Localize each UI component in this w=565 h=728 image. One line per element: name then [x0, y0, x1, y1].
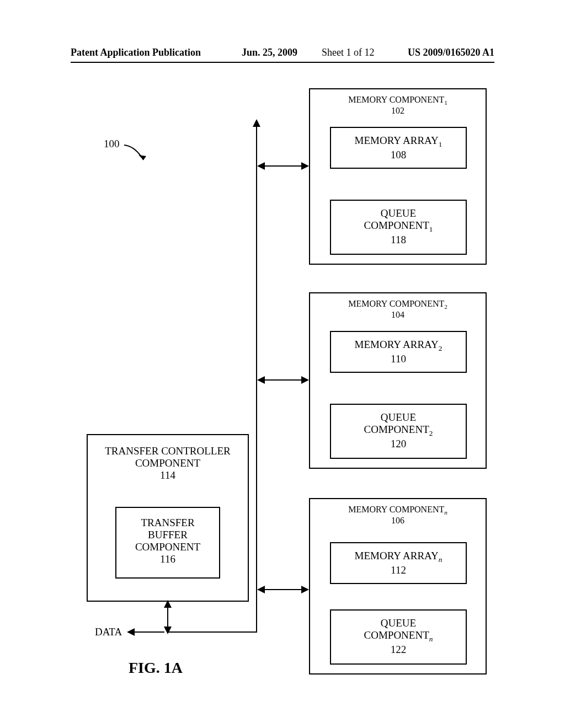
- header-date: Jun. 25, 2009: [242, 47, 297, 58]
- header-sheet: Sheet 1 of 12: [322, 47, 374, 58]
- controller-title-l2: COMPONENT: [88, 457, 248, 469]
- mem1-sub: 1: [444, 99, 447, 106]
- memory-component-2: MEMORY COMPONENT2 104 MEMORY ARRAY2 110 …: [309, 292, 487, 469]
- memn-array-box: MEMORY ARRAYn 112: [330, 542, 467, 584]
- header-publication: Patent Application Publication: [71, 47, 201, 58]
- mem1-array-title: MEMORY ARRAY: [355, 135, 439, 146]
- memn-array-num: 112: [331, 564, 466, 576]
- mem2-array-box: MEMORY ARRAY2 110: [330, 331, 467, 373]
- mem1-arrow-right-icon: [301, 162, 309, 170]
- transfer-buffer-box: TRANSFER BUFFER COMPONENT 116: [115, 507, 220, 579]
- mem2-queue-box: QUEUE COMPONENT2 120: [330, 404, 467, 459]
- mem1-arrow-left-icon: [257, 162, 265, 170]
- controller-num: 114: [88, 469, 248, 481]
- mem2-queue-num: 120: [331, 438, 466, 450]
- mem2-title: MEMORY COMPONENT: [348, 299, 444, 308]
- memn-title: MEMORY COMPONENT: [348, 505, 444, 514]
- header-pubnum: US 2009/0165020 A1: [408, 47, 494, 58]
- memn-sub: n: [444, 509, 447, 516]
- figure-label: FIG. 1A: [129, 659, 183, 677]
- mem2-sub: 2: [444, 303, 447, 310]
- mem2-queue-l2: COMPONENT: [364, 424, 429, 435]
- memn-queue-num: 122: [331, 644, 466, 656]
- memn-num: 106: [310, 516, 486, 526]
- reference-100: 100: [104, 138, 120, 150]
- memn-queue-l2: COMPONENT: [364, 629, 429, 641]
- mem2-arrow-right-icon: [301, 376, 309, 384]
- mem2-arrow-left-icon: [257, 376, 265, 384]
- memn-connector: [264, 589, 302, 590]
- mem2-queue-sub: 2: [429, 429, 433, 437]
- buffer-num: 116: [116, 553, 219, 565]
- mem2-connector: [264, 379, 302, 381]
- memn-queue-box: QUEUE COMPONENTn 122: [330, 609, 467, 665]
- mem1-title: MEMORY COMPONENT: [348, 95, 444, 104]
- mem1-queue-sub: 1: [429, 225, 433, 233]
- data-connector: [134, 631, 164, 633]
- memory-component-1: MEMORY COMPONENT1 102 MEMORY ARRAY1 108 …: [309, 88, 487, 265]
- mem1-array-box: MEMORY ARRAY1 108: [330, 127, 467, 169]
- controller-title-l1: TRANSFER CONTROLLER: [88, 445, 248, 457]
- mem1-queue-num: 118: [331, 234, 466, 246]
- header-rule: [71, 62, 494, 63]
- mem2-array-num: 110: [331, 353, 466, 365]
- mem1-array-num: 108: [331, 149, 466, 161]
- mem2-array-sub: 2: [439, 344, 443, 352]
- memn-queue-sub: n: [429, 635, 433, 643]
- memn-array-title: MEMORY ARRAY: [355, 550, 439, 561]
- transfer-controller-box: TRANSFER CONTROLLER COMPONENT 114 TRANSF…: [87, 434, 249, 602]
- mem2-num: 104: [310, 310, 486, 320]
- mem1-array-sub: 1: [439, 140, 443, 148]
- reference-arrow-icon: [119, 141, 152, 165]
- mem1-num: 102: [310, 106, 486, 116]
- mem1-queue-l1: QUEUE: [331, 207, 466, 220]
- mem1-connector: [264, 165, 302, 167]
- mem2-array-title: MEMORY ARRAY: [355, 339, 439, 350]
- memn-array-sub: n: [439, 555, 443, 564]
- memn-queue-l1: QUEUE: [331, 617, 466, 629]
- memn-arrow-left-icon: [257, 586, 265, 593]
- mem1-queue-l2: COMPONENT: [364, 220, 429, 231]
- buffer-title-l2: BUFFER: [116, 529, 219, 541]
- mem1-queue-box: QUEUE COMPONENT1 118: [330, 200, 467, 255]
- bus-horizontal: [168, 631, 257, 633]
- controller-arrow-down-icon: [164, 627, 172, 634]
- page: Patent Application Publication Jun. 25, …: [0, 0, 565, 728]
- data-label: DATA: [95, 626, 122, 638]
- data-arrow-left-icon: [127, 628, 135, 636]
- memory-component-n: MEMORY COMPONENTn 106 MEMORY ARRAYn 112 …: [309, 498, 487, 675]
- memn-arrow-right-icon: [301, 586, 309, 593]
- buffer-title-l3: COMPONENT: [116, 541, 219, 553]
- mem2-queue-l1: QUEUE: [331, 411, 466, 424]
- bus-arrow-up-icon: [253, 119, 260, 127]
- buffer-title-l1: TRANSFER: [116, 517, 219, 529]
